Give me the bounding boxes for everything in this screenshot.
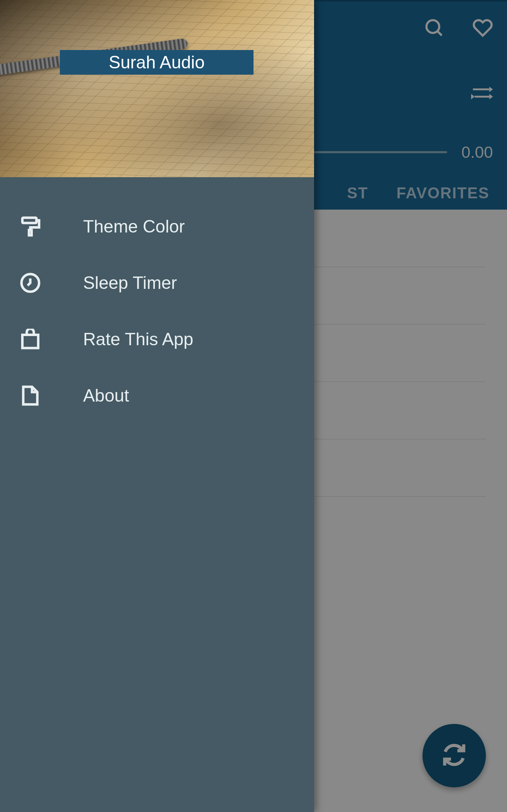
app-title: Surah Audio [109, 52, 205, 73]
drawer-item-label: Rate This App [83, 329, 193, 349]
drawer-title-box: Surah Audio [60, 50, 254, 75]
paint-roller-icon [19, 215, 42, 238]
app-screen: 0.00 ST FAVORITES [0, 0, 507, 812]
drawer-header: Surah Audio [0, 0, 314, 177]
quran-book-image [0, 0, 314, 177]
file-icon [19, 384, 42, 407]
drawer-item-label: Sleep Timer [83, 273, 177, 293]
shopping-bag-icon [19, 328, 42, 351]
navigation-drawer: Surah Audio Theme Color [0, 0, 314, 812]
drawer-item-theme-color[interactable]: Theme Color [0, 198, 314, 255]
clock-icon [19, 272, 42, 294]
svg-rect-7 [23, 218, 37, 223]
drawer-items: Theme Color Sleep Timer [0, 177, 314, 424]
drawer-item-sleep-timer[interactable]: Sleep Timer [0, 255, 314, 311]
drawer-item-rate-app[interactable]: Rate This App [0, 311, 314, 367]
drawer-item-label: Theme Color [83, 216, 185, 237]
drawer-item-about[interactable]: About [0, 367, 314, 424]
svg-rect-10 [23, 335, 38, 348]
svg-rect-8 [29, 230, 32, 235]
drawer-item-label: About [83, 385, 129, 406]
